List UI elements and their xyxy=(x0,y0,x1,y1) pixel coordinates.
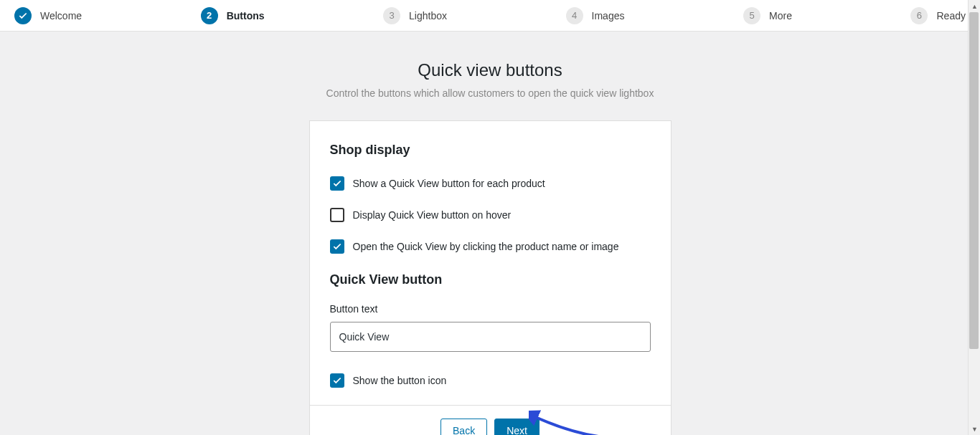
step-label: More xyxy=(769,10,792,21)
step-label: Buttons xyxy=(227,10,265,21)
step-welcome[interactable]: Welcome xyxy=(14,7,82,24)
step-number-icon: 3 xyxy=(383,7,400,24)
back-button[interactable]: Back xyxy=(440,419,487,435)
section-heading-shop-display: Shop display xyxy=(330,143,651,158)
step-number-icon: 2 xyxy=(201,7,218,24)
checkbox-checked-icon[interactable] xyxy=(330,239,344,254)
button-text-label: Button text xyxy=(330,303,651,315)
step-number-icon: 5 xyxy=(743,7,760,24)
step-lightbox[interactable]: 3 Lightbox xyxy=(383,7,447,24)
page-subtitle: Control the buttons which allow customer… xyxy=(0,87,980,99)
option-display-on-hover[interactable]: Display Quick View button on hover xyxy=(330,208,651,222)
option-open-by-click[interactable]: Open the Quick View by clicking the prod… xyxy=(330,239,651,254)
step-label: Welcome xyxy=(40,10,82,21)
button-text-input[interactable] xyxy=(330,322,651,352)
option-show-quick-view-button[interactable]: Show a Quick View button for each produc… xyxy=(330,176,651,191)
wizard-steps-bar: Welcome 2 Buttons 3 Lightbox 4 Images 5 … xyxy=(0,0,980,32)
checkbox-label: Show the button icon xyxy=(353,375,447,386)
content-area: Quick view buttons Control the buttons w… xyxy=(0,32,980,435)
checkbox-label: Show a Quick View button for each produc… xyxy=(353,178,545,189)
scroll-down-icon[interactable]: ▼ xyxy=(969,423,980,435)
checkbox-label: Display Quick View button on hover xyxy=(353,209,512,221)
section-heading-quick-view-button: Quick View button xyxy=(330,272,651,287)
checkbox-unchecked-icon[interactable] xyxy=(330,208,344,222)
checkbox-checked-icon[interactable] xyxy=(330,176,344,191)
step-images[interactable]: 4 Images xyxy=(566,7,625,24)
checkmark-icon xyxy=(14,7,32,24)
step-ready[interactable]: 6 Ready xyxy=(910,7,965,24)
scrollbar[interactable]: ▲ ▼ xyxy=(968,0,980,435)
panel-footer: Back Next xyxy=(310,405,671,435)
step-number-icon: 6 xyxy=(910,7,928,24)
settings-panel: Shop display Show a Quick View button fo… xyxy=(309,120,672,435)
step-number-icon: 4 xyxy=(566,7,583,24)
scroll-up-icon[interactable]: ▲ xyxy=(969,0,980,12)
checkbox-checked-icon[interactable] xyxy=(330,373,344,388)
step-label: Images xyxy=(592,10,625,21)
step-more[interactable]: 5 More xyxy=(743,7,792,24)
panel-body: Shop display Show a Quick View button fo… xyxy=(310,121,671,405)
step-label: Lightbox xyxy=(409,10,447,21)
step-label: Ready xyxy=(936,10,965,21)
scrollbar-thumb[interactable] xyxy=(969,12,979,349)
step-buttons[interactable]: 2 Buttons xyxy=(201,7,265,24)
checkbox-label: Open the Quick View by clicking the prod… xyxy=(353,241,619,252)
option-show-button-icon[interactable]: Show the button icon xyxy=(330,373,651,388)
page-title: Quick view buttons xyxy=(0,60,980,80)
next-button[interactable]: Next xyxy=(494,419,540,435)
